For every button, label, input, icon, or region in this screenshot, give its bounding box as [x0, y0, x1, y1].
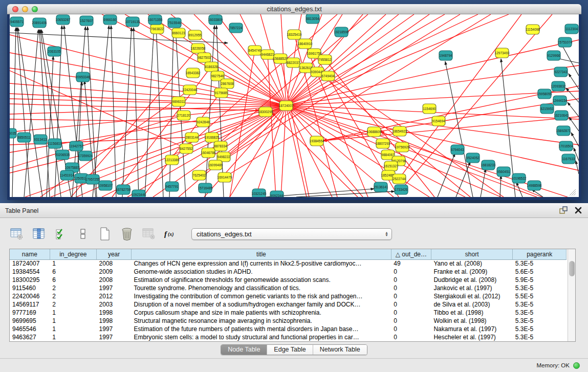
graph-node[interactable]: 2718120	[177, 111, 190, 120]
float-panel-icon[interactable]	[559, 206, 568, 214]
graph-node[interactable]: 18807293	[376, 139, 390, 148]
table-row[interactable]: 969969511998Structural magnetic resonanc…	[10, 317, 567, 325]
graph-node[interactable]: 1527607	[80, 16, 93, 26]
network-view[interactable]: 7663822866012389129551822605898275038186…	[7, 14, 581, 200]
graph-node[interactable]: 9457791	[165, 182, 179, 191]
tab-edge-table[interactable]: Edge Table	[267, 345, 313, 355]
graph-node[interactable]: 9345035	[10, 128, 16, 138]
graph-node[interactable]: 9092344	[270, 191, 284, 197]
table-row[interactable]: 2242004622012Investigating the contribut…	[10, 292, 567, 300]
graph-node[interactable]: 9154694	[432, 116, 445, 126]
graph-node[interactable]: 9827503	[198, 53, 211, 62]
graph-node[interactable]: 7625402	[192, 170, 206, 180]
graph-node[interactable]: 10923446	[132, 190, 146, 197]
column-header-title[interactable]: title	[132, 249, 391, 259]
graph-node[interactable]: 16782759	[116, 185, 131, 194]
graph-node[interactable]: 17957255	[85, 174, 100, 184]
graph-node[interactable]: 11154098	[526, 25, 540, 34]
graph-node[interactable]: 8850511	[17, 133, 31, 142]
graph-node[interactable]: 16099489	[208, 160, 223, 170]
scrollbar-thumb[interactable]	[569, 261, 575, 276]
graph-node[interactable]: 15136141	[374, 182, 388, 192]
graph-node[interactable]: 16914479	[217, 172, 232, 182]
graph-node[interactable]: 1112304	[565, 24, 578, 34]
tab-network-table[interactable]: Network Table	[313, 345, 367, 355]
graph-node[interactable]: 1733426	[395, 185, 408, 194]
graph-node[interactable]: 8822037	[287, 58, 300, 68]
graph-node[interactable]: 20891406	[32, 18, 47, 28]
graph-node[interactable]: 17359924	[78, 151, 93, 161]
graph-node[interactable]: 19756928	[395, 142, 410, 152]
graph-node[interactable]: 9242848	[197, 117, 210, 127]
table-row[interactable]: 1872400712008Changes of HCN gene express…	[10, 259, 567, 268]
graph-node[interactable]: 15716485	[198, 183, 213, 193]
graph-node[interactable]: 10321245	[252, 189, 267, 197]
graph-node[interactable]: 10688609	[367, 127, 382, 137]
graph-node[interactable]: 16071355	[148, 15, 163, 25]
graph-node[interactable]: 12093832	[551, 81, 566, 91]
graph-node[interactable]: 12444154	[553, 96, 568, 105]
graph-node[interactable]: 19218596	[334, 27, 349, 37]
graph-node[interactable]: 16818233	[481, 160, 496, 170]
graph-node[interactable]: 14988598	[527, 181, 542, 190]
table-row[interactable]: 1456911722003Disruption of a novel membe…	[10, 300, 567, 309]
graph-node[interactable]: 8878334	[214, 141, 227, 151]
function-builder-button[interactable]: f (x)	[163, 226, 179, 242]
graph-node[interactable]: 6794043	[451, 145, 464, 155]
graph-node[interactable]: 8912955	[188, 30, 202, 40]
graph-node[interactable]: 8660123	[172, 28, 185, 38]
delete-columns-button[interactable]	[119, 226, 135, 242]
table-settings-button[interactable]	[9, 226, 25, 242]
graph-node[interactable]: 12213389	[165, 155, 180, 165]
graph-node[interactable]: 7663822	[150, 24, 164, 34]
row-height-button[interactable]	[75, 226, 91, 242]
graph-node[interactable]: 7955812	[318, 55, 332, 64]
graph-node[interactable]: 11451914	[60, 170, 75, 180]
graph-node[interactable]: 15892871	[556, 126, 571, 136]
graph-node[interactable]: 9896311	[172, 97, 185, 106]
graph-node[interactable]: 16210643	[554, 111, 569, 120]
graph-node[interactable]: 9524052	[466, 153, 480, 163]
graph-node[interactable]: 20953346	[76, 72, 91, 82]
close-panel-icon[interactable]	[575, 207, 582, 214]
graph-node[interactable]: 2063105	[48, 47, 61, 56]
canvas-resize-grip[interactable]	[572, 191, 576, 195]
table-source-select[interactable]: citations_edges.txt ▲▼	[191, 228, 392, 240]
graph-node[interactable]: 10196522	[512, 173, 527, 183]
table-row[interactable]: 1830029562008Estimation of significance …	[10, 276, 567, 284]
column-header-short[interactable]: short	[431, 249, 512, 259]
graph-node[interactable]: 9446821	[261, 50, 274, 59]
graph-node[interactable]: 7857224	[229, 23, 243, 33]
graph-node[interactable]: 18640910	[298, 39, 313, 49]
canvas-resize-grip[interactable]	[574, 193, 576, 195]
graph-node[interactable]: 8454749	[248, 46, 262, 55]
graph-node[interactable]: 19384554	[310, 136, 324, 146]
tab-node-table[interactable]: Node Table	[221, 345, 267, 355]
graph-node[interactable]: 10653287	[56, 15, 71, 25]
graph-node[interactable]: 18300295	[258, 107, 273, 117]
column-header-pagerank[interactable]: pagerank	[513, 249, 567, 259]
graph-node[interactable]: 9175685	[214, 88, 228, 98]
table-row[interactable]: 977716911998Corpus callosum shape and si…	[10, 309, 567, 317]
window-titlebar[interactable]: citations_edges.txt	[7, 4, 581, 14]
graph-node[interactable]: 18654923	[393, 126, 407, 136]
graph-node[interactable]: 15688520	[273, 54, 288, 63]
graph-node[interactable]: 7515546	[168, 18, 181, 28]
graph-node[interactable]: 8813054	[306, 14, 319, 24]
graph-node[interactable]: 9405571	[10, 17, 24, 27]
graph-node[interactable]: 1167533	[562, 154, 575, 164]
graph-node[interactable]: 10719135	[125, 17, 140, 27]
graph-node[interactable]: 9129966	[547, 51, 560, 60]
graph-node[interactable]: 16033809	[208, 15, 223, 25]
column-header-name[interactable]: name	[10, 249, 50, 259]
graph-node[interactable]: 11942757	[69, 141, 84, 151]
graph-node[interactable]: 16543382	[186, 68, 201, 78]
show-columns-button[interactable]	[31, 226, 47, 242]
table-row[interactable]: 946362711997Embryonic stem cells: a mode…	[10, 333, 567, 341]
graph-node[interactable]: 18325419	[287, 30, 302, 39]
graph-node[interactable]: 9313413	[34, 135, 47, 144]
table-row[interactable]: 946554611997Estimation of the future num…	[10, 325, 567, 333]
graph-node[interactable]: 1154690	[423, 104, 436, 114]
graph-hub-node[interactable]: 18724007	[279, 101, 294, 111]
create-column-button[interactable]	[97, 226, 113, 242]
